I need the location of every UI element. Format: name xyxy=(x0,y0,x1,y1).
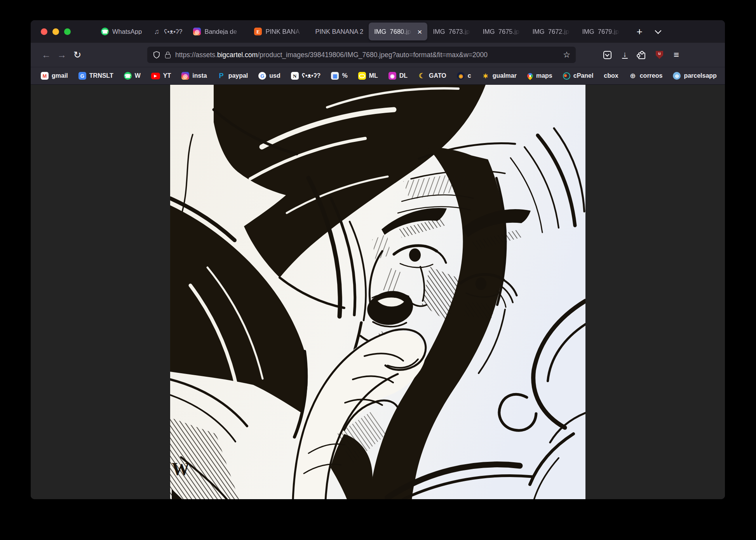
pocket-save-icon[interactable] xyxy=(603,51,611,59)
tab[interactable]: ☎WhatsApp xyxy=(96,23,147,40)
notion-icon: N xyxy=(291,72,299,80)
page-content: W xyxy=(31,85,725,499)
chevron-down-icon xyxy=(605,52,610,56)
url-prefix: https://assets. xyxy=(175,51,217,59)
traffic-lights xyxy=(31,28,71,35)
bookmark-item-yt[interactable]: ▶YT xyxy=(151,72,171,79)
traffic-light-close[interactable] xyxy=(41,28,47,35)
calculator-icon: ▦ xyxy=(331,72,339,80)
youtube-icon: ▶ xyxy=(151,73,160,79)
tab-label: IMG_7672.jpeg ( xyxy=(532,28,571,35)
bookmark-label: W xyxy=(135,72,141,79)
tab-label: PINK BANANA 2 xyxy=(315,28,363,35)
bookmark-item-c[interactable]: ◉c xyxy=(457,72,471,80)
lock-icon[interactable] xyxy=(165,54,171,58)
back-button[interactable]: ← xyxy=(38,47,54,63)
bookmark-item-usd[interactable]: Gusd xyxy=(258,72,280,80)
bookmark-label: % xyxy=(342,72,347,79)
bookmark-label: YT xyxy=(163,72,171,79)
bookmark-item-cbox[interactable]: cbox xyxy=(604,72,618,79)
tab-bar: ☎WhatsApp♫ʕ•ᴥ•ʔ?◎Bandeja deEPINK BANAPIN… xyxy=(31,20,725,43)
tab-label: ʕ•ᴥ•ʔ? xyxy=(164,28,182,35)
bookmark-label: DL xyxy=(399,72,408,79)
tab-close-button[interactable]: × xyxy=(417,28,422,36)
traffic-light-minimize[interactable] xyxy=(52,28,59,35)
google-translate-icon: G xyxy=(78,72,86,80)
tab[interactable]: IMG_7679.jpeg ( xyxy=(577,23,626,40)
bookmark-item-parcelsapp[interactable]: ⊚parcelsapp xyxy=(673,72,716,80)
bookmark-item-cpanel[interactable]: cPanel xyxy=(563,72,594,80)
extensions-puzzle-icon[interactable] xyxy=(638,52,645,59)
tab[interactable]: ♫ʕ•ᴥ•ʔ? xyxy=(147,23,188,40)
bookmark-label: GATO xyxy=(429,72,446,79)
ublock-origin-shield-icon[interactable]: u xyxy=(656,51,663,59)
chevron-down-icon xyxy=(655,27,661,34)
bookmark-item--[interactable]: ▦% xyxy=(331,72,347,80)
navigation-toolbar: ← → ↻ https://assets.bigcartel.com/produ… xyxy=(31,43,725,67)
downloads-icon[interactable]: ↓ xyxy=(622,51,628,59)
tab[interactable]: PINK BANANA 2 xyxy=(310,23,369,40)
bookmark-item-correos[interactable]: ⊕correos xyxy=(629,72,663,80)
tab-label: IMG_7673.jpeg ( xyxy=(433,28,472,35)
bookmark-item-w[interactable]: ☎W xyxy=(124,72,141,80)
music-note-icon: ♫ xyxy=(153,28,160,35)
tab-list-button[interactable] xyxy=(656,30,660,33)
bookmark-item-maps[interactable]: maps xyxy=(527,72,552,79)
tab-active[interactable]: IMG_7680.jpe× xyxy=(369,23,427,40)
hamburger-menu-icon[interactable]: ≡ xyxy=(674,50,679,59)
bookmark-label: parcelsapp xyxy=(684,72,716,79)
tab[interactable]: IMG_7673.jpeg ( xyxy=(427,23,477,40)
download-tray xyxy=(622,58,628,59)
mercadolibre-icon xyxy=(358,72,366,80)
tab[interactable]: ◎Bandeja de xyxy=(188,23,249,40)
tab[interactable]: IMG_7672.jpeg ( xyxy=(527,23,577,40)
bookmark-item-ml[interactable]: ML xyxy=(358,72,378,80)
gmail-icon: M xyxy=(41,72,49,80)
bookmark-label: gualmar xyxy=(493,72,517,79)
bookmark-item-dl[interactable]: ◉DL xyxy=(388,72,408,80)
paypal-icon: P xyxy=(218,72,225,80)
bookmark-label: usd xyxy=(269,72,280,79)
google-icon: G xyxy=(258,72,266,80)
instagram-icon: ◎ xyxy=(181,72,189,80)
tab[interactable]: IMG_7675.jpeg ( xyxy=(477,23,527,40)
whatsapp-icon: ☎ xyxy=(101,28,109,35)
tab-label: IMG_7679.jpeg ( xyxy=(582,28,621,35)
new-tab-button[interactable]: + xyxy=(636,26,642,37)
tracking-protection-shield-icon[interactable] xyxy=(153,51,160,59)
bookmark-star-icon[interactable]: ☆ xyxy=(563,50,570,59)
coin-icon: ◉ xyxy=(457,72,465,80)
reload-button[interactable]: ↻ xyxy=(70,47,85,63)
bookmark-item--[interactable]: Nʕ•ᴥ•ʔ? xyxy=(291,72,321,80)
bookmark-label: insta xyxy=(192,72,207,79)
download-arrow: ↓ xyxy=(623,51,627,58)
bookmark-item-gualmar[interactable]: ∗gualmar xyxy=(482,72,517,80)
bookmark-item-trnslt[interactable]: GTRNSLT xyxy=(78,72,113,80)
bookmark-label: gmail xyxy=(52,72,68,79)
bookmark-item-insta[interactable]: ◎insta xyxy=(181,72,207,80)
instagram-icon: ◎ xyxy=(193,28,201,35)
tab-label: Bandeja de xyxy=(204,28,243,35)
google-maps-pin-icon xyxy=(526,72,534,80)
url-text[interactable]: https://assets.bigcartel.com/product_ima… xyxy=(175,51,558,59)
globe-icon: ⊕ xyxy=(629,72,637,80)
tab-label: IMG_7680.jpe xyxy=(374,28,413,35)
forward-button[interactable]: → xyxy=(54,47,70,63)
etsy-icon: E xyxy=(254,28,262,35)
bookmark-item-paypal[interactable]: Ppaypal xyxy=(218,72,248,80)
bookmark-label: maps xyxy=(536,72,552,79)
artwork-image: W xyxy=(170,85,585,499)
toolbar-right-icons: ↓ u ≡ xyxy=(603,50,679,59)
cpanel-icon xyxy=(563,72,570,80)
bookmark-label: cPanel xyxy=(573,72,594,79)
bookmark-item-gmail[interactable]: Mgmail xyxy=(41,72,68,80)
bookmark-item-gato[interactable]: ☾GATO xyxy=(418,72,446,80)
tab-strip: ☎WhatsApp♫ʕ•ᴥ•ʔ?◎Bandeja deEPINK BANAPIN… xyxy=(96,20,626,43)
viewed-image[interactable]: W xyxy=(170,85,585,499)
tab[interactable]: EPINK BANA xyxy=(249,23,310,40)
traffic-light-zoom[interactable] xyxy=(64,28,71,35)
bookmark-label: paypal xyxy=(228,72,248,79)
url-bar[interactable]: https://assets.bigcartel.com/product_ima… xyxy=(147,47,576,63)
artwork-letter: W xyxy=(172,459,190,479)
bookmark-label: ML xyxy=(369,72,378,79)
